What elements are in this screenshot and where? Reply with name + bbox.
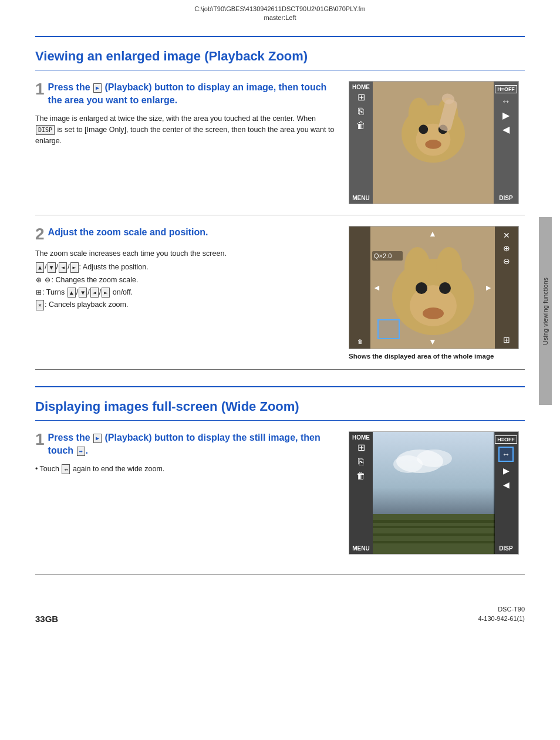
footer-info: DSC-T90 4-130-942-61(1): [478, 604, 525, 624]
step-2-number: 2: [35, 226, 45, 242]
cam-icon-next-wide: ▶: [503, 466, 510, 475]
zoom-arrow-up: ▲: [429, 229, 437, 238]
section-wide-zoom: Displaying images full-screen (Wide Zoom…: [35, 386, 525, 565]
zoom-ui-area: Q×2.0 ▲ ▼ ◄ ►: [370, 227, 495, 349]
svg-text:Q×2.0: Q×2.0: [374, 252, 392, 259]
step-1-wide-left: 1 Press the ▶ (Playback) button to displ…: [35, 431, 349, 477]
page-content: Viewing an enlarged image (Playback Zoom…: [0, 24, 560, 587]
svg-rect-27: [373, 533, 495, 536]
step-1-wide-right: HOME ⊞ ⎘ 🗑 MENU: [349, 431, 525, 555]
cam-icon-trash-wide: 🗑: [356, 471, 366, 481]
camera-ui-wide: HOME ⊞ ⎘ 🗑 MENU: [349, 431, 519, 555]
step-2-left: 2 Adjust the zoom scale and position. Th…: [35, 226, 349, 312]
svg-point-7: [425, 140, 441, 149]
cam-icon-prev: ◀: [502, 125, 510, 134]
cam-icon-copy-wide: ⎘: [358, 457, 364, 467]
dog-image-1: [373, 82, 494, 204]
bullet-zoom-scale: ⊕ ⊖: Changes the zoom scale.: [35, 275, 337, 286]
cam-icon-grid: ⊞: [357, 93, 365, 102]
dog-svg-1: [373, 82, 494, 204]
svg-rect-26: [373, 526, 495, 528]
zoom-minimap: [377, 319, 400, 339]
cam-icon-x: ✕: [503, 231, 510, 240]
cam-icon-prev-wide: ◀: [503, 480, 510, 489]
section-divider-2: [35, 575, 525, 575]
cam-left-sidebar-wide: HOME ⊞ ⎘ 🗑 MENU: [349, 432, 373, 554]
cam-right-sidebar-2: ✕ ⊕ ⊖ ⊞: [495, 227, 518, 349]
sidebar-vertical-label: Using viewing functions: [542, 278, 549, 345]
file-path-bar: C:\job\T90\GBES\4130942611DSCT90U2\01GB\…: [0, 0, 560, 24]
sky-svg: [373, 432, 495, 555]
step-2-title: Adjust the zoom scale and position.: [48, 226, 208, 239]
bullet-turns: ⊞: Turns ▲/▼/◄/► on/off.: [35, 287, 337, 298]
cam-left-sidebar-2: 🗑: [349, 227, 370, 349]
cam-home-label-1: HOME: [352, 84, 370, 90]
right-sidebar-vertical: Using viewing functions: [539, 217, 552, 405]
step-1-playback: 1 Press the ▶ (Playback) button to displ…: [35, 70, 525, 215]
cam-right-sidebar-1: H≡OFF ↔ ▶ ◀ DISP: [494, 82, 518, 204]
cam-icon-grid2: ⊞: [503, 335, 510, 344]
image-caption-1: Shows the displayed area of the whole im…: [349, 353, 494, 360]
cam-icon-minus: ⊖: [503, 256, 510, 266]
footer-part-number: 4-130-942-61(1): [478, 614, 525, 624]
step-1-wide-zoom: 1 Press the ▶ (Playback) button to displ…: [35, 421, 525, 565]
cam-menu-label-wide: MENU: [352, 545, 369, 552]
file-path-text: C:\job\T90\GBES\4130942611DSCT90U2\01GB\…: [194, 5, 365, 12]
step-1-left: 1 Press the ▶ (Playback) button to displ…: [35, 81, 349, 150]
step-2-playback: 2 Adjust the zoom scale and position. Th…: [35, 215, 525, 360]
page-footer: 33GB DSC-T90 4-130-942-61(1): [0, 599, 560, 630]
cam-trash-zoom: 🗑: [357, 339, 363, 344]
svg-rect-25: [373, 520, 495, 523]
cam-left-sidebar-1: HOME ⊞ ⎘ 🗑 MENU: [349, 82, 373, 204]
svg-point-13: [436, 247, 462, 288]
section-title-2: Displaying images full-screen (Wide Zoom…: [35, 399, 525, 414]
section-top-divider-2: [35, 386, 525, 387]
step-2-title-wrap: 2 Adjust the zoom scale and position.: [35, 226, 337, 242]
cam-icon-next: ▶: [502, 111, 510, 120]
zoom-arrow-down: ▼: [429, 337, 437, 346]
step-1-wide-title-wrap: 1 Press the ▶ (Playback) button to displ…: [35, 431, 337, 458]
step-1-wide-title: Press the ▶ (Playback) button to display…: [48, 431, 337, 458]
step-1-body: The image is enlarged at twice the size,…: [35, 113, 337, 147]
step-1-title-wrap: 1 Press the ▶ (Playback) button to displ…: [35, 81, 337, 107]
svg-point-23: [417, 450, 452, 467]
svg-point-12: [404, 247, 430, 288]
section-divider-1: [35, 369, 525, 370]
page-number: 33GB: [35, 614, 58, 624]
cam-icon-lr: ↔: [501, 97, 511, 106]
step-1-wide-body: • Touch ↔ again to end the wide zoom.: [35, 464, 337, 475]
camera-ui-1: HOME ⊞ ⎘ 🗑 MENU: [349, 81, 519, 204]
cam-menu-label-1: MENU: [352, 195, 369, 201]
cam-icon-copy: ⎘: [358, 107, 364, 116]
footer-model: DSC-T90: [478, 604, 525, 614]
step-1-wide-number: 1: [35, 431, 45, 448]
master-info-text: master:Left: [264, 14, 296, 21]
step-2-body: The zoom scale increases each time you t…: [35, 248, 337, 311]
svg-point-17: [423, 308, 444, 319]
svg-point-5: [419, 124, 428, 134]
svg-point-16: [439, 282, 451, 294]
section-playback-zoom: Viewing an enlarged image (Playback Zoom…: [35, 36, 525, 360]
bullet-arrows: ▲/▼/◄/►: Adjusts the position.: [35, 262, 337, 273]
cam-disp-label-1: DISP: [499, 195, 512, 201]
camera-ui-2: 🗑: [349, 226, 519, 349]
sky-image: [373, 432, 494, 554]
cam-icon-lr-wide: ↔: [502, 450, 510, 459]
cam-right-sidebar-wide: H≡OFF ↔ ▶ ◀ DISP: [494, 432, 518, 554]
section-title-1: Viewing an enlarged image (Playback Zoom…: [35, 49, 525, 64]
cam-icon-lr-wide-highlight: ↔: [498, 447, 514, 462]
zoom-arrow-left: ◄: [373, 283, 381, 292]
cam-icon-grid-wide: ⊞: [357, 443, 365, 452]
cam-disp-label-wide: DISP: [499, 545, 512, 552]
cam-home-label-wide: HOME: [352, 434, 370, 441]
step-2-right: 🗑: [349, 226, 525, 360]
section-top-divider-1: [35, 36, 525, 37]
cam-hoff-badge-1: H≡OFF: [495, 85, 517, 93]
svg-rect-28: [373, 541, 495, 543]
cam-hoff-wide: H≡OFF: [495, 435, 517, 444]
bullet-cancel: ✕: Cancels playback zoom.: [35, 299, 337, 310]
step-1-title: Press the ▶ (Playback) button to display…: [48, 81, 337, 107]
cam-icon-trash: 🗑: [356, 121, 366, 130]
step-1-right: HOME ⊞ ⎘ 🗑 MENU: [349, 81, 525, 204]
zoom-arrow-right: ►: [484, 283, 492, 292]
